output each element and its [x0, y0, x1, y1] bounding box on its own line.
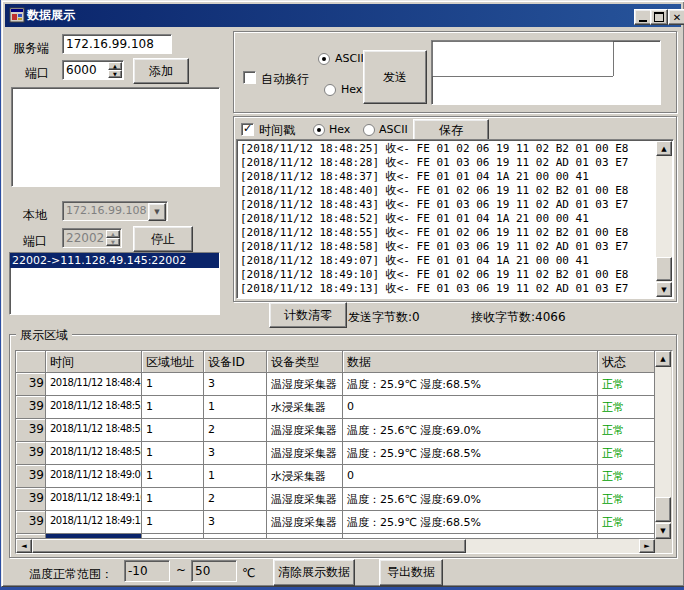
receive-log-box[interactable]: [2018/11/12 18:48:25] 收<- FE 01 02 06 19…	[236, 139, 674, 299]
grid-corner-cell[interactable]	[16, 351, 46, 373]
timestamp-label: 时间戳	[259, 122, 295, 139]
grid-cell[interactable]: 温度：25.9℃ 湿度:68.5%	[343, 511, 598, 534]
grid-cell[interactable]: 1	[142, 396, 204, 419]
grid-cell[interactable]: 正常	[598, 442, 655, 465]
grid-cell[interactable]: 正常	[598, 396, 655, 419]
add-button[interactable]: 添加	[133, 58, 189, 84]
column-header[interactable]: 设备ID	[204, 351, 267, 373]
grid-cell[interactable]: 2018/11/12 18:48:43	[46, 373, 142, 396]
log-scrollbar[interactable]: ▲ ▼	[656, 141, 672, 297]
server-ip-field[interactable]	[63, 35, 171, 53]
grid-cell[interactable]: 3	[204, 511, 267, 534]
autowrap-checkbox[interactable]	[243, 71, 256, 84]
grid-cell[interactable]: 1	[204, 396, 267, 419]
grid-cell[interactable]: 1	[142, 488, 204, 511]
grid-cell[interactable]: 温湿度采集器	[267, 511, 343, 534]
scroll-down-button[interactable]: ▼	[655, 523, 671, 539]
column-header[interactable]: 状态	[598, 351, 655, 373]
row-header-cell[interactable]: 39	[16, 442, 46, 465]
grid-cell[interactable]: 1	[142, 465, 204, 488]
grid-cell[interactable]: 2018/11/12 18:48:55	[46, 419, 142, 442]
temp-max-field[interactable]	[192, 561, 236, 581]
grid-cell[interactable]: 1	[142, 511, 204, 534]
send-hex-radio[interactable]	[324, 84, 336, 96]
grid-cell[interactable]: 温湿度采集器	[267, 488, 343, 511]
grid-cell[interactable]: 温湿度采集器	[267, 442, 343, 465]
grid-cell[interactable]: 正常	[598, 419, 655, 442]
grid-cell[interactable]: 1	[142, 373, 204, 396]
grid-cell[interactable]: 1	[204, 465, 267, 488]
grid-cell[interactable]: 正常	[598, 488, 655, 511]
grid-cell[interactable]: 水浸采集器	[267, 396, 343, 419]
receive-ascii-radio[interactable]	[363, 124, 375, 136]
timestamp-checkbox[interactable]: ✓	[241, 123, 254, 136]
temp-min-field[interactable]	[125, 561, 169, 581]
grid-cell[interactable]: 水浸采集器	[267, 465, 343, 488]
grid-cell[interactable]: 2018/11/12 18:48:52	[46, 396, 142, 419]
log-scroll-thumb[interactable]	[656, 257, 672, 281]
column-header[interactable]: 数据	[343, 351, 598, 373]
grid-cell[interactable]: 3	[204, 373, 267, 396]
receive-hex-radio[interactable]	[313, 124, 325, 136]
grid-cell[interactable]: 温度：25.9℃ 湿度:68.5%	[343, 373, 598, 396]
grid-vscrollbar[interactable]: ▲ ▼	[655, 351, 671, 539]
grid-cell[interactable]: 1	[142, 419, 204, 442]
row-header-cell[interactable]: 39	[16, 373, 46, 396]
grid-cell[interactable]: 2	[204, 488, 267, 511]
row-header-cell[interactable]: 39	[16, 488, 46, 511]
column-header[interactable]: 时间	[46, 351, 142, 373]
local-ip-combobox[interactable]: 172.16.99.108 ▼	[62, 201, 168, 221]
grid-cell[interactable]: 2018/11/12 18:49:10	[46, 488, 142, 511]
remote-list[interactable]	[11, 87, 220, 187]
grid-cell[interactable]: 温度：25.6℃ 湿度:69.0%	[343, 488, 598, 511]
grid-hscrollbar[interactable]: ◄ ►	[16, 539, 655, 553]
send-button[interactable]: 发送	[363, 50, 427, 104]
send-textarea[interactable]	[432, 41, 614, 77]
maximize-button[interactable]	[650, 9, 668, 25]
grid-cell[interactable]: 正常	[598, 373, 655, 396]
spin-down-icon[interactable]: ▼	[106, 238, 120, 246]
spin-up-icon[interactable]: ▲	[108, 62, 122, 70]
scroll-up-button[interactable]: ▲	[655, 351, 671, 367]
send-ascii-radio[interactable]	[318, 53, 330, 65]
grid-cell[interactable]: 正常	[598, 511, 655, 534]
grid-cell[interactable]: 温度：25.9℃ 湿度:68.5%	[343, 442, 598, 465]
scroll-right-button[interactable]: ►	[639, 539, 655, 553]
clear-count-button[interactable]: 计数清零	[269, 302, 347, 328]
desktop-background: 数据展示 ✕ 服务端 端口 ▲ ▼ 添加 本地 172.16.99.108 ▼ …	[0, 0, 684, 590]
grid-cell[interactable]: 温湿度采集器	[267, 373, 343, 396]
scroll-left-button[interactable]: ◄	[16, 539, 32, 553]
grid-cell[interactable]: 2018/11/12 18:49:13	[46, 511, 142, 534]
row-header-cell[interactable]: 39	[16, 511, 46, 534]
grid-cell[interactable]: 2018/11/12 18:49:07	[46, 465, 142, 488]
export-button[interactable]: 导出数据	[379, 559, 443, 586]
scroll-down-button[interactable]: ▼	[656, 282, 672, 297]
grid-cell[interactable]: 2018/11/12 18:48:58	[46, 442, 142, 465]
grid-cell[interactable]: 温湿度采集器	[267, 419, 343, 442]
grid-vscroll-thumb[interactable]	[655, 497, 671, 522]
grid-cell[interactable]: 0	[343, 465, 598, 488]
row-header-cell[interactable]: 39	[16, 465, 46, 488]
grid-cell[interactable]: 1	[142, 442, 204, 465]
grid-cell[interactable]: 0	[343, 396, 598, 419]
scroll-up-button[interactable]: ▲	[656, 141, 672, 156]
connection-list[interactable]: 22002->111.128.49.145:22002	[9, 252, 220, 315]
combo-dropdown-button[interactable]: ▼	[148, 203, 166, 221]
title-bar[interactable]: 数据展示 ✕	[5, 4, 681, 27]
close-button[interactable]: ✕	[668, 9, 684, 25]
column-header[interactable]: 区域地址	[142, 351, 204, 373]
spin-up-icon[interactable]: ▲	[106, 230, 120, 238]
grid-cell[interactable]: 温度：25.6℃ 湿度:69.0%	[343, 419, 598, 442]
row-header-cell[interactable]: 39	[16, 419, 46, 442]
grid-cell[interactable]: 3	[204, 442, 267, 465]
column-header[interactable]: 设备类型	[267, 351, 343, 373]
table-row: 392018/11/12 18:48:4313温湿度采集器温度：25.9℃ 湿度…	[16, 373, 672, 396]
spin-down-icon[interactable]: ▼	[108, 70, 122, 78]
grid-cell[interactable]: 正常	[598, 465, 655, 488]
grid-hscroll-thumb[interactable]	[32, 539, 466, 553]
clear-display-button[interactable]: 清除展示数据	[273, 559, 355, 586]
row-header-cell[interactable]: 39	[16, 396, 46, 419]
stop-button[interactable]: 停止	[133, 226, 193, 252]
connection-list-item[interactable]: 22002->111.128.49.145:22002	[10, 253, 219, 268]
grid-cell[interactable]: 2	[204, 419, 267, 442]
